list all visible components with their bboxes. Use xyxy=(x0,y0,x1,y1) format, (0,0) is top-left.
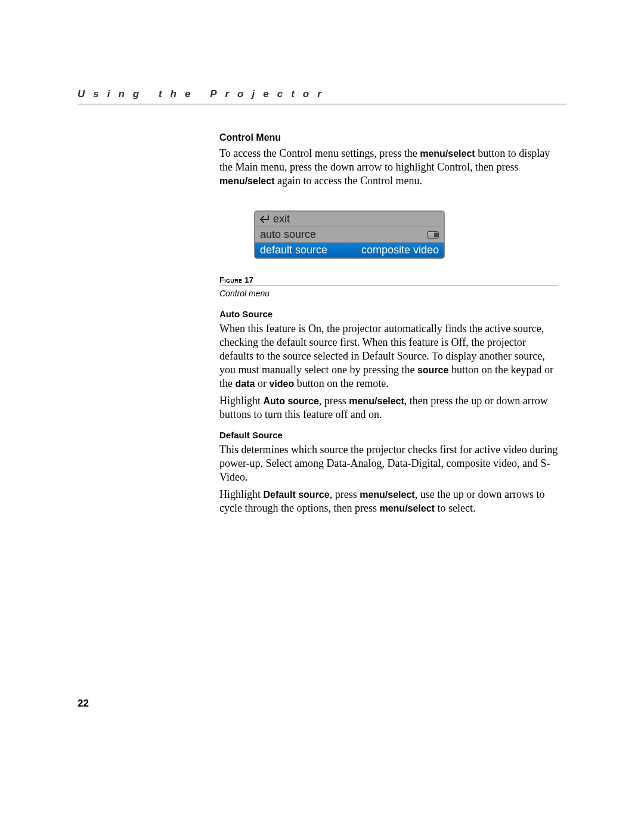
toggle-icon xyxy=(427,231,439,239)
menu-item-exit[interactable]: exit xyxy=(255,212,444,227)
text: Highlight xyxy=(219,395,264,407)
figure-label: Figure 17 xyxy=(219,275,558,284)
bold-text: menu/select xyxy=(420,148,475,159)
bold-text: menu/select xyxy=(349,396,404,406)
bold-text: Auto source xyxy=(264,396,319,406)
figure-number: 17 xyxy=(244,275,253,284)
text: button on the remote. xyxy=(294,377,388,389)
auto-source-heading: Auto Source xyxy=(219,309,558,319)
page-number: 22 xyxy=(78,698,89,710)
text: , press xyxy=(319,395,349,407)
control-menu-paragraph: To access the Control menu settings, pre… xyxy=(219,147,558,188)
default-source-para2: Highlight Default source, press menu/sel… xyxy=(219,488,558,515)
menu-item-value: composite video xyxy=(361,244,439,256)
figure-rule xyxy=(219,286,558,286)
control-menu-figure: exit auto source default source composit… xyxy=(254,210,445,259)
menu-item-label: auto source xyxy=(260,228,316,241)
text: , press xyxy=(330,488,360,500)
menu-item-label: default source xyxy=(260,244,327,256)
bold-text: video xyxy=(269,379,294,389)
control-menu-heading: Control Menu xyxy=(219,132,558,143)
text: Highlight xyxy=(219,488,264,500)
menu-item-default-source[interactable]: default source composite video xyxy=(255,242,444,258)
text: or xyxy=(255,377,269,389)
return-arrow-icon xyxy=(260,215,271,224)
default-source-heading: Default Source xyxy=(219,430,558,440)
figure-caption: Control menu xyxy=(219,289,558,298)
text: again to access the Control menu. xyxy=(274,175,422,187)
running-header: Using the Projector xyxy=(78,88,566,100)
bold-text: source xyxy=(417,365,448,375)
page-header: Using the Projector xyxy=(78,88,566,104)
bold-text: menu/select xyxy=(219,176,274,186)
auto-source-para1: When this feature is On, the projector a… xyxy=(219,322,558,391)
auto-source-para2: Highlight Auto source, press menu/select… xyxy=(219,394,558,422)
text: To access the Control menu settings, pre… xyxy=(219,147,420,159)
bold-text: menu/select xyxy=(379,503,434,513)
text: to select. xyxy=(435,502,475,514)
menu-item-label: exit xyxy=(273,213,290,225)
bold-text: menu/select xyxy=(360,490,414,500)
figure-label-word: Figure xyxy=(219,275,242,284)
bold-text: Default source xyxy=(264,490,330,500)
main-content: Control Menu To access the Control menu … xyxy=(219,132,558,519)
menu-item-auto-source[interactable]: auto source xyxy=(255,227,444,242)
default-source-para1: This determines which source the project… xyxy=(219,443,558,484)
bold-text: data xyxy=(236,379,255,389)
header-rule xyxy=(78,104,566,104)
